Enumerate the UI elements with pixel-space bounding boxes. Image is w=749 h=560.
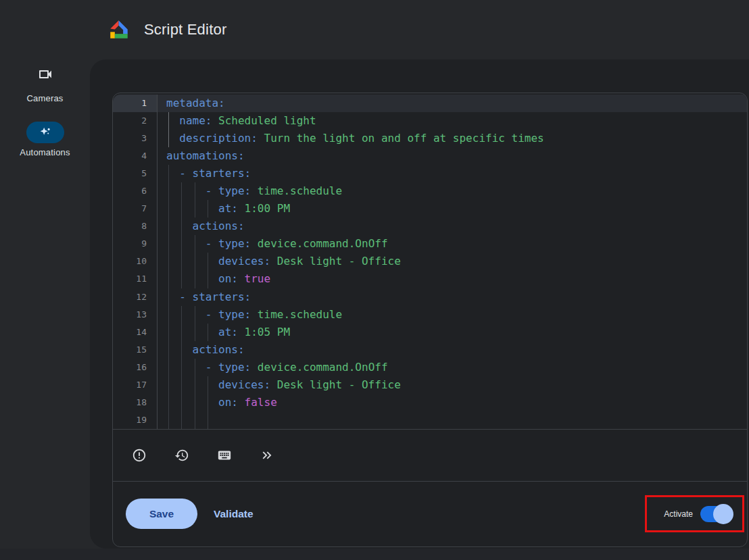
indent-guide xyxy=(168,411,169,429)
code-line[interactable]: 18 on: false xyxy=(113,394,747,411)
line-number: 15 xyxy=(113,341,158,359)
indent-guide xyxy=(168,288,169,306)
line-number: 9 xyxy=(113,235,158,253)
toggle-knob xyxy=(713,504,733,524)
indent-guide xyxy=(208,324,208,341)
code-content: - type: time.schedule xyxy=(158,182,747,200)
page-title: Script Editor xyxy=(144,21,226,39)
code-line[interactable]: 14 at: 1:05 PM xyxy=(113,324,747,341)
line-number: 12 xyxy=(113,288,158,306)
code-line[interactable]: 10 devices: Desk light - Office xyxy=(113,253,747,270)
validate-button[interactable]: Validate xyxy=(204,503,263,526)
line-number: 10 xyxy=(113,253,158,270)
line-number: 17 xyxy=(113,376,158,394)
indent-guide xyxy=(195,411,195,429)
sidebar-item-cameras[interactable]: Cameras xyxy=(0,66,90,103)
indent-guide xyxy=(181,394,182,411)
code-line[interactable]: 1metadata: xyxy=(113,95,747,112)
main-panel: 1metadata:2 name: Scheduled light3 descr… xyxy=(90,59,749,549)
code-content: actions: xyxy=(158,218,747,235)
code-line[interactable]: 3 description: Turn the light on and off… xyxy=(113,130,747,147)
indent-guide xyxy=(168,182,169,200)
app-header: Script Editor xyxy=(0,0,749,59)
indent-guide xyxy=(168,165,169,182)
keyboard-icon[interactable] xyxy=(216,447,233,463)
indent-guide xyxy=(195,182,195,200)
indent-guide xyxy=(195,359,195,376)
activate-highlight-box: Activate xyxy=(645,495,744,532)
code-line[interactable]: 7 at: 1:00 PM xyxy=(113,200,747,218)
code-line[interactable]: 6 - type: time.schedule xyxy=(113,182,747,200)
line-number: 14 xyxy=(113,324,158,341)
indent-guide xyxy=(195,200,195,218)
code-line[interactable]: 9 - type: device.command.OnOff xyxy=(113,235,747,253)
indent-guide xyxy=(181,200,182,218)
indent-guide xyxy=(181,324,182,341)
indent-guide xyxy=(181,253,182,270)
indent-guide xyxy=(208,200,208,218)
indent-guide xyxy=(168,235,169,253)
code-content: - type: device.command.OnOff xyxy=(158,235,747,253)
code-line[interactable]: 11 on: true xyxy=(113,270,747,288)
code-line[interactable]: 19 xyxy=(113,411,747,429)
indent-guide xyxy=(181,270,182,288)
code-content: description: Turn the light on and off a… xyxy=(158,130,747,147)
code-content: - starters: xyxy=(158,165,747,182)
indent-guide xyxy=(181,359,182,376)
line-number: 13 xyxy=(113,306,158,324)
double-arrow-right-icon[interactable] xyxy=(259,447,275,463)
indent-guide xyxy=(208,270,208,288)
line-number: 18 xyxy=(113,394,158,411)
indent-guide xyxy=(168,359,169,376)
videocam-icon xyxy=(37,66,53,82)
code-content: automations: xyxy=(158,147,747,165)
indent-guide xyxy=(181,306,182,324)
indent-guide xyxy=(181,411,182,429)
code-lines[interactable]: 1metadata:2 name: Scheduled light3 descr… xyxy=(113,93,747,429)
code-line[interactable]: 5 - starters: xyxy=(113,165,747,182)
error-outline-icon[interactable] xyxy=(131,447,147,463)
indent-guide xyxy=(168,218,169,235)
indent-guide xyxy=(168,253,169,270)
code-line[interactable]: 16 - type: device.command.OnOff xyxy=(113,359,747,376)
code-line[interactable]: 4automations: xyxy=(113,147,747,165)
indent-guide xyxy=(168,394,169,411)
indent-guide xyxy=(168,306,169,324)
line-number: 2 xyxy=(113,112,158,130)
code-line[interactable]: 17 devices: Desk light - Office xyxy=(113,376,747,394)
indent-guide xyxy=(195,306,195,324)
sidebar-item-label: Cameras xyxy=(0,93,90,103)
code-content: at: 1:05 PM xyxy=(158,324,747,341)
line-number: 7 xyxy=(113,200,158,218)
code-line[interactable]: 13 - type: time.schedule xyxy=(113,306,747,324)
code-content: name: Scheduled light xyxy=(158,112,747,130)
code-line[interactable]: 12 - starters: xyxy=(113,288,747,306)
sidebar-item-automations[interactable]: Automations xyxy=(0,122,90,157)
indent-guide xyxy=(181,235,182,253)
sidebar-item-label: Automations xyxy=(0,147,90,157)
indent-guide xyxy=(181,376,182,394)
code-content: devices: Desk light - Office xyxy=(158,253,747,270)
code-content: on: false xyxy=(158,394,747,411)
indent-guide xyxy=(195,235,195,253)
indent-guide xyxy=(195,394,195,411)
code-content: devices: Desk light - Office xyxy=(158,376,747,394)
save-button[interactable]: Save xyxy=(126,499,197,529)
action-bar: Save Validate Activate xyxy=(113,481,747,546)
history-icon[interactable] xyxy=(174,447,190,463)
sparkle-icon xyxy=(38,125,53,140)
code-line[interactable]: 2 name: Scheduled light xyxy=(113,112,747,130)
indent-guide xyxy=(195,376,195,394)
code-line[interactable]: 15 actions: xyxy=(113,341,747,359)
script-editor-card: 1metadata:2 name: Scheduled light3 descr… xyxy=(112,93,748,547)
code-content: - starters: xyxy=(158,288,747,306)
code-line[interactable]: 8 actions: xyxy=(113,218,747,235)
code-content: - type: device.command.OnOff xyxy=(158,359,747,376)
editor-toolbar xyxy=(113,429,747,481)
line-number: 6 xyxy=(113,182,158,200)
line-number: 3 xyxy=(113,130,158,147)
google-home-logo xyxy=(107,18,130,41)
line-number: 8 xyxy=(113,218,158,235)
bottom-strip xyxy=(0,549,749,560)
activate-toggle[interactable] xyxy=(700,506,731,522)
